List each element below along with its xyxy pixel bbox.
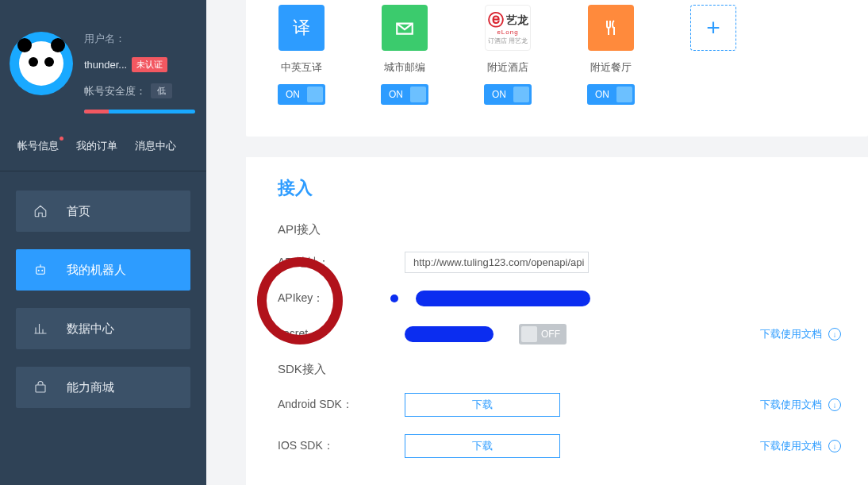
- widget-translate: 译 中英互译 ON: [278, 5, 325, 105]
- security-level: 低: [151, 83, 172, 98]
- api-heading: API接入: [278, 222, 836, 237]
- switch-text: OFF: [541, 329, 560, 340]
- home-icon: [33, 204, 48, 218]
- widget-label: 城市邮编: [384, 60, 425, 75]
- row-secret: secret： OFF 下载使用文档 ↓: [246, 324, 836, 345]
- ios-download-button[interactable]: 下载: [405, 434, 560, 458]
- svg-point-1: [38, 270, 40, 271]
- mail-icon[interactable]: [382, 5, 428, 51]
- translate-glyph: 译: [293, 16, 310, 40]
- widget-label: 附近酒店: [487, 60, 528, 75]
- api-key-label: APIkey：: [246, 291, 405, 306]
- store-icon: [33, 380, 48, 395]
- widget-label: 附近餐厅: [590, 60, 632, 75]
- fork-icon[interactable]: [588, 5, 634, 51]
- widget-switch[interactable]: ON: [587, 84, 635, 105]
- nav-label: 能力商城: [67, 380, 114, 395]
- switch-text: ON: [286, 89, 300, 100]
- download-doc-link[interactable]: 下载使用文档 ↓: [760, 439, 841, 453]
- secret-label: secret：: [246, 327, 405, 341]
- api-address-value[interactable]: http://www.tuling123.com/openapi/api: [405, 252, 589, 273]
- nav-home[interactable]: 首页: [16, 191, 190, 232]
- widget-restaurant: 附近餐厅 ON: [587, 5, 635, 105]
- tab-message-center[interactable]: 消息中心: [135, 139, 176, 153]
- switch-text: ON: [492, 89, 506, 100]
- widget-label: 中英互译: [281, 60, 322, 75]
- download-doc-link[interactable]: 下载使用文档 ↓: [760, 327, 841, 341]
- download-icon: ↓: [828, 398, 841, 411]
- nav-label: 我的机器人: [67, 263, 126, 278]
- profile-block: 用户名： thunder... 未认证 帐号安全度： 低: [0, 32, 206, 123]
- mini-tabs: 帐号信息 我的订单 消息中心: [0, 123, 206, 171]
- redaction-dot: [390, 294, 398, 302]
- switch-text: ON: [389, 89, 403, 100]
- tab-my-orders[interactable]: 我的订单: [76, 139, 117, 153]
- widget-postcode: 城市邮编 ON: [381, 5, 428, 105]
- dl-text: 下载使用文档: [760, 439, 822, 453]
- row-api-address: API地址： http://www.tuling123.com/openapi/…: [246, 252, 836, 273]
- sdk-heading: SDK接入: [278, 362, 836, 377]
- row-ios-sdk: IOS SDK： 下载 下载使用文档 ↓: [246, 434, 836, 458]
- nav-label: 数据中心: [67, 321, 114, 337]
- api-address-label: API地址：: [246, 256, 405, 270]
- android-sdk-label: Android SDK：: [246, 398, 405, 412]
- secret-switch[interactable]: OFF: [519, 324, 567, 345]
- nav-my-robots[interactable]: 我的机器人: [16, 249, 190, 291]
- svg-rect-3: [36, 385, 45, 392]
- download-icon: ↓: [828, 328, 841, 341]
- avatar[interactable]: [10, 32, 73, 95]
- username-value: thunder...: [84, 59, 127, 71]
- switch-text: ON: [595, 89, 609, 100]
- nav-data-center[interactable]: 数据中心: [16, 308, 190, 349]
- nav-label: 首页: [67, 204, 90, 219]
- row-android-sdk: Android SDK： 下载 下载使用文档 ↓: [246, 393, 836, 417]
- widget-switch[interactable]: ON: [381, 84, 428, 105]
- sidebar: 用户名： thunder... 未认证 帐号安全度： 低 帐号信息 我的订单 消…: [0, 0, 206, 485]
- translate-icon[interactable]: 译: [278, 5, 325, 51]
- chart-icon: [33, 321, 48, 336]
- widget-hotel: ⓔ艺龙 eLong 订酒店 用艺龙 附近酒店 ON: [484, 5, 532, 105]
- nav-ability-store[interactable]: 能力商城: [16, 367, 190, 408]
- security-bar: [84, 110, 195, 114]
- widget-switch[interactable]: ON: [278, 84, 325, 105]
- add-widget-button[interactable]: +: [690, 5, 736, 51]
- svg-rect-0: [36, 267, 45, 274]
- access-card: 接入 API接入 API地址： http://www.tuling123.com…: [246, 157, 868, 485]
- secret-redacted: [405, 326, 494, 342]
- sidebar-nav: 首页 我的机器人 数据中心 能力商城: [0, 191, 206, 408]
- widget-add: +: [690, 5, 736, 105]
- widget-switch[interactable]: ON: [484, 84, 532, 105]
- verify-badge[interactable]: 未认证: [132, 57, 167, 72]
- android-download-button[interactable]: 下载: [405, 393, 560, 417]
- row-api-key: APIkey：: [246, 291, 836, 306]
- access-title: 接入: [278, 176, 836, 200]
- dl-text: 下载使用文档: [760, 327, 822, 341]
- svg-point-2: [41, 270, 43, 271]
- tab-account-info[interactable]: 帐号信息: [17, 139, 59, 153]
- robot-icon: [33, 263, 48, 277]
- username-label: 用户名：: [84, 32, 197, 46]
- main: 译 中英互译 ON 城市邮编 ON: [206, 0, 868, 485]
- plus-icon: +: [706, 14, 720, 41]
- elong-icon[interactable]: ⓔ艺龙 eLong 订酒店 用艺龙: [485, 5, 531, 51]
- download-icon: ↓: [828, 440, 841, 452]
- sidebar-divider: [0, 171, 206, 171]
- ios-sdk-label: IOS SDK：: [246, 439, 405, 453]
- api-key-redacted: [416, 291, 590, 306]
- download-doc-link[interactable]: 下载使用文档 ↓: [760, 398, 841, 412]
- widgets-card: 译 中英互译 ON 城市邮编 ON: [246, 0, 868, 137]
- security-label: 帐号安全度：: [84, 84, 146, 98]
- dl-text: 下载使用文档: [760, 398, 822, 412]
